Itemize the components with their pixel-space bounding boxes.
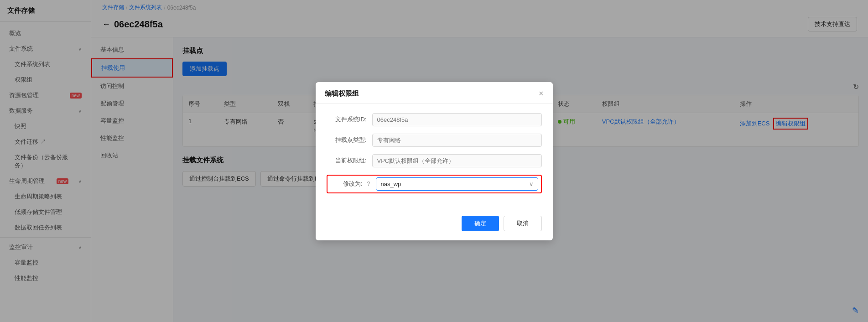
form-label-change-to: 修改为: ? xyxy=(330,180,376,188)
dialog-footer: 确定 取消 xyxy=(316,210,553,240)
form-row-filesystem-id: 文件系统ID: xyxy=(327,113,542,126)
dialog-overlay: 编辑权限组 × 文件系统ID: 挂载点类型: 当前权限组: 修改为: xyxy=(0,0,868,322)
dialog-title: 编辑权限组 xyxy=(325,89,359,98)
form-select-wrap: nas_wpVPC默认权限组（全部允许） ∨ xyxy=(376,177,538,191)
form-row-mount-type: 挂载点类型: xyxy=(327,134,542,147)
form-label-mount-type: 挂载点类型: xyxy=(327,136,372,144)
confirm-button[interactable]: 确定 xyxy=(462,216,499,231)
dialog-header: 编辑权限组 × xyxy=(316,82,553,104)
form-input-current-permission xyxy=(372,154,542,167)
cancel-button[interactable]: 取消 xyxy=(504,216,542,231)
change-to-select[interactable]: nas_wpVPC默认权限组（全部允许） xyxy=(376,177,538,191)
dialog-body: 文件系统ID: 挂载点类型: 当前权限组: 修改为: ? nas_wpVP xyxy=(316,104,553,210)
form-row-change-to-highlighted: 修改为: ? nas_wpVPC默认权限组（全部允许） ∨ xyxy=(327,175,542,193)
help-icon[interactable]: ? xyxy=(367,180,370,187)
form-row-current-permission: 当前权限组: xyxy=(327,154,542,167)
form-label-filesystem-id: 文件系统ID: xyxy=(327,115,372,124)
edit-permission-dialog: 编辑权限组 × 文件系统ID: 挂载点类型: 当前权限组: 修改为: xyxy=(316,82,553,240)
form-label-current-permission: 当前权限组: xyxy=(327,156,372,165)
dialog-close-button[interactable]: × xyxy=(539,89,544,98)
change-to-label-text: 修改为: xyxy=(343,180,363,187)
form-input-mount-type xyxy=(372,134,542,147)
form-input-filesystem-id xyxy=(372,113,542,126)
